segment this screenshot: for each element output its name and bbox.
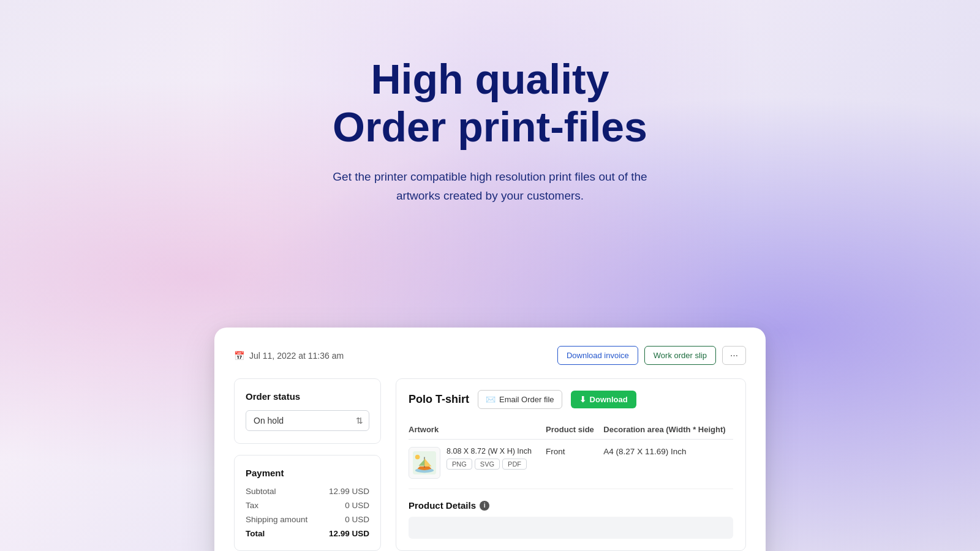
product-name: Polo T-shirt: [409, 393, 469, 406]
hero-title: High quality Order print-files: [0, 55, 980, 151]
subtotal-label: Subtotal: [246, 487, 276, 496]
total-value: 12.99 USD: [329, 529, 369, 538]
download-invoice-button[interactable]: Download invoice: [557, 346, 638, 365]
order-date: 📅 Jul 11, 2022 at 11:36 am: [234, 351, 344, 361]
status-select[interactable]: On hold Processing Completed Cancelled: [246, 410, 369, 431]
calendar-icon: 📅: [234, 351, 244, 361]
payment-shipping-row: Shipping amount 0 USD: [246, 515, 369, 524]
product-details-heading: Product Details i: [409, 500, 733, 511]
shipping-value: 0 USD: [345, 515, 369, 524]
date-text: Jul 11, 2022 at 11:36 am: [249, 351, 344, 361]
payment-tax-row: Tax 0 USD: [246, 501, 369, 510]
shipping-label: Shipping amount: [246, 515, 307, 524]
subtotal-value: 12.99 USD: [329, 487, 369, 496]
png-badge: PNG: [447, 459, 472, 470]
email-icon: ✉️: [486, 395, 496, 404]
decoration-area-cell: A4 (8.27 X 11.69) Inch: [603, 440, 733, 489]
payment-box: Payment Subtotal 12.99 USD Tax 0 USD Shi…: [234, 455, 381, 551]
info-icon: i: [480, 501, 489, 511]
email-order-file-button[interactable]: ✉️ Email Order file: [478, 390, 562, 409]
payment-total-row: Total 12.99 USD: [246, 529, 369, 538]
hero-subtitle: Get the printer compatible high resoluti…: [0, 168, 980, 205]
product-details-label: Product Details: [409, 500, 476, 511]
order-status-box: Order status On hold Processing Complete…: [234, 378, 381, 444]
card-body: Order status On hold Processing Complete…: [234, 378, 746, 551]
left-panel: Order status On hold Processing Complete…: [234, 378, 381, 551]
product-side-cell: Front: [546, 440, 603, 489]
col-artwork: Artwork: [409, 420, 546, 440]
tax-value: 0 USD: [345, 501, 369, 510]
ui-card: 📅 Jul 11, 2022 at 11:36 am Download invo…: [214, 328, 766, 551]
artwork-dimensions: 8.08 X 8.72 (W X H) Inch: [447, 447, 532, 455]
more-options-button[interactable]: ⋯: [722, 346, 746, 365]
table-row: 8.08 X 8.72 (W X H) Inch PNG SVG PDF Fro…: [409, 440, 733, 489]
more-icon: ⋯: [730, 351, 738, 360]
product-header: Polo T-shirt ✉️ Email Order file ⬇ Downl…: [409, 390, 733, 409]
artwork-thumbnail: [409, 447, 440, 479]
hero-section: High quality Order print-files Get the p…: [0, 0, 980, 205]
file-format-badges: PNG SVG PDF: [447, 459, 532, 470]
card-header: 📅 Jul 11, 2022 at 11:36 am Download invo…: [234, 346, 746, 365]
col-product-side: Product side: [546, 420, 603, 440]
work-order-slip-button[interactable]: Work order slip: [644, 346, 716, 365]
svg-point-3: [415, 455, 420, 460]
status-select-wrapper: On hold Processing Completed Cancelled ⇅: [246, 410, 369, 431]
svg-badge: SVG: [475, 459, 500, 470]
download-icon: ⬇: [579, 395, 586, 404]
product-details-bar: [409, 517, 733, 539]
total-label: Total: [246, 529, 265, 538]
right-panel: Polo T-shirt ✉️ Email Order file ⬇ Downl…: [396, 378, 746, 551]
sailboat-svg: [413, 451, 436, 474]
artwork-cell: 8.08 X 8.72 (W X H) Inch PNG SVG PDF: [409, 440, 546, 489]
download-print-files-button[interactable]: ⬇ Download: [571, 391, 636, 408]
col-decoration-area: Decoration area (Width * Height): [603, 420, 733, 440]
email-btn-label: Email Order file: [499, 395, 554, 404]
order-status-label: Order status: [246, 391, 369, 402]
card-action-buttons: Download invoice Work order slip ⋯: [557, 346, 746, 365]
download-btn-label: Download: [590, 395, 628, 404]
tax-label: Tax: [246, 501, 258, 510]
payment-subtotal-row: Subtotal 12.99 USD: [246, 487, 369, 496]
payment-label: Payment: [246, 468, 369, 478]
artwork-table: Artwork Product side Decoration area (Wi…: [409, 420, 733, 489]
pdf-badge: PDF: [502, 459, 527, 470]
